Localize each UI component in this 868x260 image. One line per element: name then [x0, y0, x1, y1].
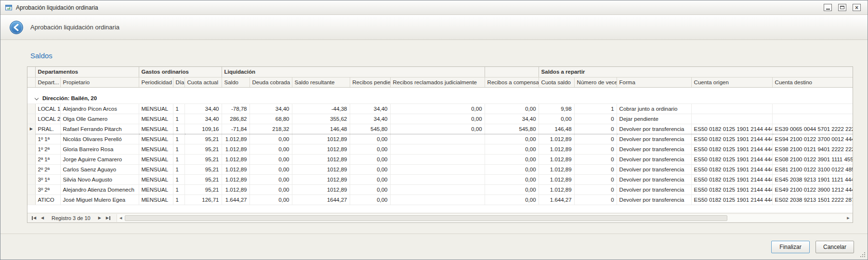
cell-dia[interactable]: 1 [173, 184, 184, 195]
cell-periodicidad[interactable]: MENSUAL [139, 144, 173, 154]
cell-depart[interactable]: LOCAL 2 [35, 114, 60, 124]
cell-cuenta-origen[interactable]: ES50 0182 0125 1901 2144 4444 [691, 134, 772, 144]
table-row[interactable]: 1º 2ªGloria Barreiro RosaMENSUAL195,211.… [27, 144, 853, 154]
cell-cuenta-origen[interactable] [691, 114, 772, 124]
cell-dia[interactable]: 1 [173, 104, 184, 114]
cell-periodicidad[interactable]: MENSUAL [139, 114, 173, 124]
cell-recibos-a-compensar[interactable]: 34,40 [485, 114, 539, 124]
cell-saldo-resultante[interactable]: 1012,89 [292, 174, 350, 184]
table-row[interactable]: 3º 1ªSilvia Novo AugustoMENSUAL195,211.0… [27, 174, 853, 184]
cell-deuda-cobrada[interactable]: 0,00 [250, 184, 292, 195]
cell-recibos-pendientes[interactable]: 34,40 [350, 104, 390, 114]
cell-cuota-saldo[interactable]: 1.012,89 [539, 134, 574, 144]
cell-cuenta-destino[interactable] [772, 114, 853, 124]
cell-deuda-cobrada[interactable]: 34,40 [250, 104, 292, 114]
cell-cuota-actual[interactable]: 95,21 [184, 154, 222, 164]
cell-recibos-reclamados[interactable] [390, 144, 485, 154]
cell-numero-de-veces[interactable]: 0 [574, 124, 617, 134]
cell-periodicidad[interactable]: MENSUAL [139, 174, 173, 184]
cell-cuota-actual[interactable]: 95,21 [184, 164, 222, 174]
cell-deuda-cobrada[interactable]: 0,00 [250, 154, 292, 164]
column-header-depart[interactable]: Depart... [35, 77, 60, 87]
column-header-cuenta-destino[interactable]: Cuenta destino [772, 77, 853, 87]
cell-cuenta-destino[interactable]: ES08 2100 0122 3901 1111 4555 [772, 154, 853, 164]
finalizar-button[interactable]: Finalizar [771, 241, 810, 253]
cell-saldo-resultante[interactable]: -44,38 [292, 104, 350, 114]
cell-cuota-saldo[interactable]: 0,00 [539, 114, 574, 124]
cell-cuenta-origen[interactable]: ES50 0182 0125 1901 2144 4444 [691, 174, 772, 184]
cell-numero-de-veces[interactable]: 0 [574, 195, 617, 205]
first-record-button[interactable]: ◀ [29, 214, 38, 222]
column-header-deuda-cobrada[interactable]: Deuda cobrada [250, 77, 292, 87]
cell-deuda-cobrada[interactable]: 0,00 [250, 195, 292, 205]
cell-cuota-saldo[interactable]: 1.012,89 [539, 184, 574, 195]
cell-saldo[interactable]: 1.012,89 [222, 174, 250, 184]
cell-recibos-reclamados[interactable] [390, 174, 485, 184]
group-row[interactable]: Dirección: Bailén, 20 [27, 93, 853, 104]
cell-propietario[interactable]: Silvia Novo Augusto [60, 174, 139, 184]
cell-periodicidad[interactable]: MENSUAL [139, 134, 173, 144]
table-row[interactable]: 2º 2ªCarlos Saenz AguayoMENSUAL195,211.0… [27, 164, 853, 174]
cell-propietario[interactable]: Alejandro Atienza Domenech [60, 184, 139, 195]
cell-depart[interactable]: LOCAL 1 [35, 104, 60, 114]
cell-saldo-resultante[interactable]: 1012,89 [292, 164, 350, 174]
cell-recibos-pendientes[interactable]: 545,80 [350, 124, 390, 134]
cell-deuda-cobrada[interactable]: 0,00 [250, 174, 292, 184]
horizontal-scrollbar[interactable]: ◀ ▶ [117, 214, 852, 222]
cell-depart[interactable]: 1º 2ª [35, 144, 60, 154]
cell-cuota-actual[interactable]: 109,16 [184, 124, 222, 134]
cell-propietario[interactable]: Nicolás Olivares Perelló [60, 134, 139, 144]
cell-cuenta-destino[interactable]: ES45 2038 9213 1901 1121 4444 [772, 174, 853, 184]
cell-numero-de-veces[interactable]: 0 [574, 134, 617, 144]
maximize-button[interactable] [838, 4, 846, 11]
cell-depart[interactable]: 2ª 1ª [35, 154, 60, 164]
cell-cuenta-origen[interactable] [691, 104, 772, 114]
cell-recibos-pendientes[interactable]: 0,00 [350, 154, 390, 164]
cell-saldo[interactable]: 1.012,89 [222, 184, 250, 195]
cell-cuota-actual[interactable]: 126,71 [184, 195, 222, 205]
cell-depart[interactable]: ATICO [35, 195, 60, 205]
cell-deuda-cobrada[interactable]: 68,80 [250, 114, 292, 124]
table-row[interactable]: LOCAL 1Alejandro Picon ArcosMENSUAL134,4… [27, 104, 853, 114]
column-header-recibos-a-compensar[interactable]: Recibos a compensar [485, 77, 539, 87]
cell-saldo-resultante[interactable]: 1644,27 [292, 195, 350, 205]
cell-deuda-cobrada[interactable]: 0,00 [250, 134, 292, 144]
cell-recibos-reclamados[interactable]: 0,00 [390, 104, 485, 114]
cell-recibos-pendientes[interactable]: 34,40 [350, 114, 390, 124]
table-row[interactable]: 2ª 1ªJorge Aguirre CamareroMENSUAL195,21… [27, 154, 853, 164]
cell-dia[interactable]: 1 [173, 154, 184, 164]
column-header-saldo-resultante[interactable]: Saldo resultante [292, 77, 350, 87]
cancelar-button[interactable]: Cancelar [815, 241, 854, 253]
cell-depart[interactable]: 1º 1ª [35, 134, 60, 144]
cell-cuota-actual[interactable]: 95,21 [184, 174, 222, 184]
cell-recibos-a-compensar[interactable]: 0,00 [485, 174, 539, 184]
cell-saldo-resultante[interactable]: 1012,89 [292, 134, 350, 144]
cell-recibos-a-compensar[interactable]: 0,00 [485, 104, 539, 114]
table-row[interactable]: ▶PRAL.Rafael Ferrando PitarchMENSUAL1109… [27, 124, 853, 134]
cell-forma[interactable]: Cobrar junto a ordinario [617, 104, 691, 114]
cell-propietario[interactable]: Jorge Aguirre Camarero [60, 154, 139, 164]
cell-recibos-pendientes[interactable]: 0,00 [350, 174, 390, 184]
column-header-periodicidad[interactable]: Periodicidad [139, 77, 173, 87]
cell-deuda-cobrada[interactable]: 0,00 [250, 164, 292, 174]
cell-saldo-resultante[interactable]: 146,48 [292, 124, 350, 134]
cell-recibos-pendientes[interactable]: 0,00 [350, 144, 390, 154]
column-header-recibos-reclamados[interactable]: Recibos reclamados judicialmente [390, 77, 485, 87]
cell-cuota-actual[interactable]: 34,40 [184, 114, 222, 124]
cell-forma[interactable]: Devolver por transferencia [617, 174, 691, 184]
cell-saldo[interactable]: -71,84 [222, 124, 250, 134]
back-button[interactable] [9, 20, 24, 35]
cell-cuenta-destino[interactable]: ES02 2038 9213 1501 2222 2877 [772, 195, 853, 205]
cell-cuenta-destino[interactable]: ES98 2100 0121 9401 2222 2222 [772, 144, 853, 154]
cell-saldo-resultante[interactable]: 1012,89 [292, 144, 350, 154]
cell-cuota-actual[interactable]: 95,21 [184, 134, 222, 144]
cell-dia[interactable]: 1 [173, 174, 184, 184]
resize-grip[interactable] [860, 252, 865, 257]
cell-depart[interactable]: PRAL. [35, 124, 60, 134]
column-header-saldo[interactable]: Saldo [222, 77, 250, 87]
column-header-cuenta-origen[interactable]: Cuenta origen [691, 77, 772, 87]
cell-propietario[interactable]: José Miguel Mulero Egea [60, 195, 139, 205]
cell-propietario[interactable]: Olga Olle Gamero [60, 114, 139, 124]
cell-recibos-reclamados[interactable]: 0,00 [390, 114, 485, 124]
column-header-cuota-saldo[interactable]: Cuota saldo [539, 77, 574, 87]
